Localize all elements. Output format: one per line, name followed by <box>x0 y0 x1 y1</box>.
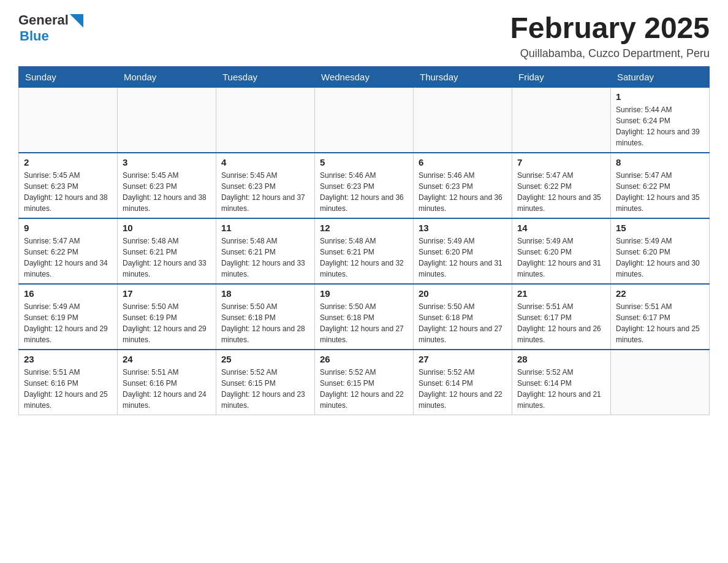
col-saturday: Saturday <box>611 66 710 87</box>
day-info: Sunrise: 5:48 AMSunset: 6:21 PMDaylight:… <box>320 236 408 280</box>
day-number: 18 <box>221 288 309 299</box>
table-row: 27Sunrise: 5:52 AMSunset: 6:14 PMDayligh… <box>414 350 512 415</box>
table-row: 5Sunrise: 5:46 AMSunset: 6:23 PMDaylight… <box>315 153 414 218</box>
day-info: Sunrise: 5:49 AMSunset: 6:20 PMDaylight:… <box>517 236 605 280</box>
day-number: 15 <box>616 223 704 233</box>
day-info: Sunrise: 5:50 AMSunset: 6:18 PMDaylight:… <box>221 301 309 345</box>
table-row: 25Sunrise: 5:52 AMSunset: 6:15 PMDayligh… <box>216 350 315 415</box>
table-row: 7Sunrise: 5:47 AMSunset: 6:22 PMDaylight… <box>512 153 611 218</box>
table-row: 10Sunrise: 5:48 AMSunset: 6:21 PMDayligh… <box>118 218 216 284</box>
day-info: Sunrise: 5:48 AMSunset: 6:21 PMDaylight:… <box>221 236 309 280</box>
day-info: Sunrise: 5:47 AMSunset: 6:22 PMDaylight:… <box>517 170 605 214</box>
day-number: 10 <box>123 223 211 233</box>
col-wednesday: Wednesday <box>315 66 414 87</box>
day-number: 20 <box>419 288 507 299</box>
month-title: February 2025 <box>510 12 710 45</box>
table-row: 20Sunrise: 5:50 AMSunset: 6:18 PMDayligh… <box>414 284 512 350</box>
day-info: Sunrise: 5:50 AMSunset: 6:18 PMDaylight:… <box>419 301 507 345</box>
day-info: Sunrise: 5:51 AMSunset: 6:16 PMDaylight:… <box>24 367 112 411</box>
day-number: 16 <box>24 288 112 299</box>
table-row <box>19 87 118 153</box>
day-number: 23 <box>24 354 112 364</box>
day-info: Sunrise: 5:52 AMSunset: 6:15 PMDaylight:… <box>221 367 309 411</box>
table-row <box>611 350 710 415</box>
table-row: 12Sunrise: 5:48 AMSunset: 6:21 PMDayligh… <box>315 218 414 284</box>
day-info: Sunrise: 5:44 AMSunset: 6:24 PMDaylight:… <box>616 104 704 148</box>
day-info: Sunrise: 5:49 AMSunset: 6:19 PMDaylight:… <box>24 301 112 345</box>
col-tuesday: Tuesday <box>216 66 315 87</box>
day-info: Sunrise: 5:45 AMSunset: 6:23 PMDaylight:… <box>221 170 309 214</box>
table-row: 2Sunrise: 5:45 AMSunset: 6:23 PMDaylight… <box>19 153 118 218</box>
logo-triangle-icon <box>70 14 83 28</box>
day-number: 24 <box>123 354 211 364</box>
svg-marker-0 <box>70 14 83 28</box>
day-number: 1 <box>616 91 704 102</box>
table-row <box>118 87 216 153</box>
table-row: 18Sunrise: 5:50 AMSunset: 6:18 PMDayligh… <box>216 284 315 350</box>
logo-blue-text: Blue <box>20 28 49 44</box>
table-row: 17Sunrise: 5:50 AMSunset: 6:19 PMDayligh… <box>118 284 216 350</box>
table-row <box>512 87 611 153</box>
table-row: 28Sunrise: 5:52 AMSunset: 6:14 PMDayligh… <box>512 350 611 415</box>
table-row: 1Sunrise: 5:44 AMSunset: 6:24 PMDaylight… <box>611 87 710 153</box>
calendar-week-row: 2Sunrise: 5:45 AMSunset: 6:23 PMDaylight… <box>19 153 710 218</box>
col-monday: Monday <box>118 66 216 87</box>
table-row: 14Sunrise: 5:49 AMSunset: 6:20 PMDayligh… <box>512 218 611 284</box>
day-info: Sunrise: 5:47 AMSunset: 6:22 PMDaylight:… <box>24 236 112 280</box>
day-info: Sunrise: 5:47 AMSunset: 6:22 PMDaylight:… <box>616 170 704 214</box>
day-number: 4 <box>221 157 309 167</box>
day-number: 7 <box>517 157 605 167</box>
page-header: General Blue February 2025 Quillabamba, … <box>18 12 710 60</box>
table-row <box>315 87 414 153</box>
col-sunday: Sunday <box>19 66 118 87</box>
day-number: 2 <box>24 157 112 167</box>
col-friday: Friday <box>512 66 611 87</box>
day-info: Sunrise: 5:50 AMSunset: 6:19 PMDaylight:… <box>123 301 211 345</box>
table-row: 24Sunrise: 5:51 AMSunset: 6:16 PMDayligh… <box>118 350 216 415</box>
table-row: 23Sunrise: 5:51 AMSunset: 6:16 PMDayligh… <box>19 350 118 415</box>
location-subtitle: Quillabamba, Cuzco Department, Peru <box>510 47 710 60</box>
day-info: Sunrise: 5:52 AMSunset: 6:15 PMDaylight:… <box>320 367 408 411</box>
day-number: 9 <box>24 223 112 233</box>
day-number: 3 <box>123 157 211 167</box>
calendar-week-row: 9Sunrise: 5:47 AMSunset: 6:22 PMDaylight… <box>19 218 710 284</box>
day-number: 28 <box>517 354 605 364</box>
logo: General Blue <box>18 12 83 44</box>
day-number: 25 <box>221 354 309 364</box>
day-info: Sunrise: 5:51 AMSunset: 6:17 PMDaylight:… <box>616 301 704 345</box>
table-row: 26Sunrise: 5:52 AMSunset: 6:15 PMDayligh… <box>315 350 414 415</box>
table-row: 19Sunrise: 5:50 AMSunset: 6:18 PMDayligh… <box>315 284 414 350</box>
table-row: 13Sunrise: 5:49 AMSunset: 6:20 PMDayligh… <box>414 218 512 284</box>
day-info: Sunrise: 5:49 AMSunset: 6:20 PMDaylight:… <box>419 236 507 280</box>
table-row: 9Sunrise: 5:47 AMSunset: 6:22 PMDaylight… <box>19 218 118 284</box>
day-info: Sunrise: 5:51 AMSunset: 6:16 PMDaylight:… <box>123 367 211 411</box>
day-number: 19 <box>320 288 408 299</box>
day-info: Sunrise: 5:51 AMSunset: 6:17 PMDaylight:… <box>517 301 605 345</box>
calendar-week-row: 23Sunrise: 5:51 AMSunset: 6:16 PMDayligh… <box>19 350 710 415</box>
day-number: 17 <box>123 288 211 299</box>
table-row: 8Sunrise: 5:47 AMSunset: 6:22 PMDaylight… <box>611 153 710 218</box>
calendar-table: Sunday Monday Tuesday Wednesday Thursday… <box>18 66 710 415</box>
table-row: 11Sunrise: 5:48 AMSunset: 6:21 PMDayligh… <box>216 218 315 284</box>
day-number: 5 <box>320 157 408 167</box>
col-thursday: Thursday <box>414 66 512 87</box>
table-row: 16Sunrise: 5:49 AMSunset: 6:19 PMDayligh… <box>19 284 118 350</box>
table-row: 3Sunrise: 5:45 AMSunset: 6:23 PMDaylight… <box>118 153 216 218</box>
day-number: 21 <box>517 288 605 299</box>
table-row: 4Sunrise: 5:45 AMSunset: 6:23 PMDaylight… <box>216 153 315 218</box>
day-info: Sunrise: 5:49 AMSunset: 6:20 PMDaylight:… <box>616 236 704 280</box>
calendar-week-row: 1Sunrise: 5:44 AMSunset: 6:24 PMDaylight… <box>19 87 710 153</box>
table-row: 21Sunrise: 5:51 AMSunset: 6:17 PMDayligh… <box>512 284 611 350</box>
day-info: Sunrise: 5:46 AMSunset: 6:23 PMDaylight:… <box>320 170 408 214</box>
day-number: 14 <box>517 223 605 233</box>
calendar-week-row: 16Sunrise: 5:49 AMSunset: 6:19 PMDayligh… <box>19 284 710 350</box>
calendar-header-row: Sunday Monday Tuesday Wednesday Thursday… <box>19 66 710 87</box>
day-number: 22 <box>616 288 704 299</box>
title-area: February 2025 Quillabamba, Cuzco Departm… <box>510 12 710 60</box>
table-row <box>414 87 512 153</box>
table-row: 6Sunrise: 5:46 AMSunset: 6:23 PMDaylight… <box>414 153 512 218</box>
day-number: 11 <box>221 223 309 233</box>
table-row <box>216 87 315 153</box>
day-info: Sunrise: 5:52 AMSunset: 6:14 PMDaylight:… <box>517 367 605 411</box>
day-info: Sunrise: 5:46 AMSunset: 6:23 PMDaylight:… <box>419 170 507 214</box>
